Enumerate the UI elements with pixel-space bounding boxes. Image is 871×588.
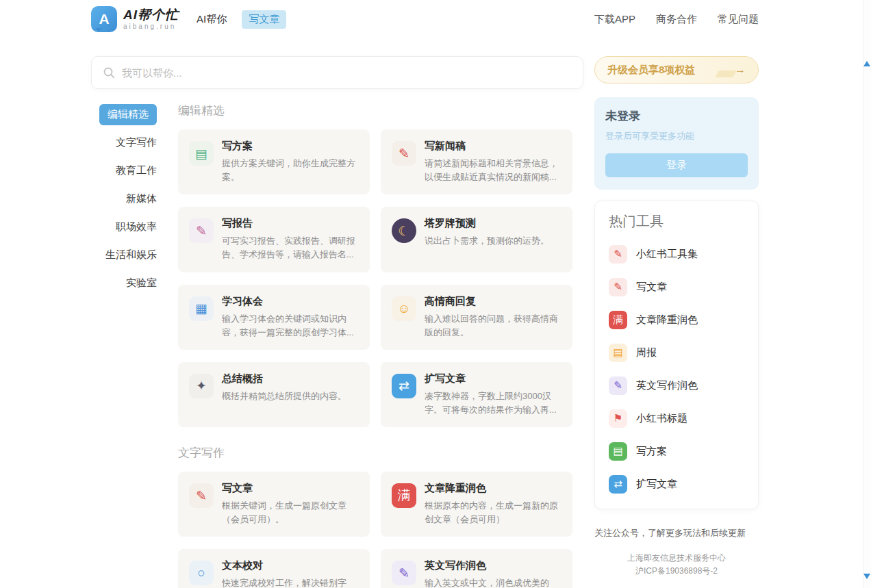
logo-icon: A	[91, 6, 117, 32]
logo-title: AI帮个忙	[123, 8, 179, 23]
english-polish-pen-icon: ✎	[392, 561, 416, 585]
news-pen-icon: ✎	[392, 141, 416, 166]
hot-tool-item[interactable]: ▤周报	[609, 336, 744, 369]
category-item[interactable]: 编辑精选	[99, 104, 157, 125]
scroll-down-arrow-icon[interactable]	[863, 574, 870, 583]
card-desc: 输入难以回答的问题，获得高情商版的回复。	[425, 312, 561, 340]
tool-card[interactable]: ▤写方案提供方案关键词，助你生成完整方案。	[178, 129, 370, 194]
main-nav: AI帮你写文章	[197, 10, 286, 29]
card-desc: 提供方案关键词，助你生成完整方案。	[222, 157, 359, 184]
card-title: 文本校对	[222, 559, 359, 572]
search-input[interactable]	[122, 67, 572, 79]
section-title: 文字写作	[178, 445, 572, 461]
card-body: 文章降重润色根据原本的内容，生成一篇新的原创文章（会员可用）	[425, 482, 561, 526]
login-card: 未登录 登录后可享受更多功能 登录	[594, 97, 759, 190]
card-title: 写文章	[222, 482, 359, 495]
tool-card[interactable]: ○文本校对快速完成校对工作，解决错别字与...	[178, 549, 370, 588]
pin-icon: ⚑	[609, 409, 627, 428]
card-title: 高情商回复	[425, 295, 561, 308]
card-body: 扩写文章凑字数神器，字数上限约3000汉字。可将每次的结果作为输入再...	[425, 372, 561, 417]
hot-tool-item[interactable]: ✎小红书工具集	[609, 238, 744, 270]
card-desc: 可写实习报告、实践报告、调研报告、学术报告等，请输入报告名...	[222, 234, 359, 261]
tool-card[interactable]: ✎写新闻稿请简述新闻标题和相关背景信息，以便生成贴近真实情况的新闻稿...	[381, 129, 572, 194]
xiaohongshu-tools-pen-icon: ✎	[609, 245, 627, 264]
category-item[interactable]: 文字写作	[116, 132, 157, 153]
card-desc: 输入学习体会的关键词或知识内容，获得一篇完整的原创学习体...	[222, 312, 359, 340]
tool-card[interactable]: ☾塔罗牌预测说出占卜需求，预测你的运势。	[381, 207, 572, 272]
tool-card[interactable]: ✎写文章根据关键词，生成一篇原创文章（会员可用）。	[178, 472, 370, 537]
category-item[interactable]: 新媒体	[126, 188, 157, 209]
card-desc: 凑字数神器，字数上限约3000汉字。可将每次的结果作为输入再...	[425, 389, 561, 417]
card-body: 总结概括概括并精简总结所提供的内容。	[222, 372, 346, 417]
tool-card[interactable]: ☺高情商回复输入难以回答的问题，获得高情商版的回复。	[381, 285, 572, 350]
hot-tool-label: 文章降重润色	[636, 314, 698, 327]
logo[interactable]: A AI帮个忙 aibang.run	[91, 6, 179, 32]
top-link[interactable]: 下载APP	[594, 13, 635, 26]
weekly-report-icon: ▤	[609, 344, 627, 362]
hot-tool-item[interactable]: ⇄扩写文章	[609, 468, 744, 500]
top-link[interactable]: 常见问题	[718, 13, 759, 26]
card-title: 学习体会	[222, 295, 359, 308]
top-links: 下载APP商务合作常见问题	[594, 13, 759, 26]
tool-card[interactable]: ✎英文写作润色输入英文或中文，润色成优美的英...	[381, 549, 572, 588]
top-link[interactable]: 商务合作	[656, 13, 697, 26]
card-title: 写报告	[222, 217, 359, 230]
login-status: 未登录	[605, 108, 748, 124]
card-desc: 根据原本的内容，生成一篇新的原创文章（会员可用）	[425, 499, 561, 526]
card-desc: 根据关键词，生成一篇原创文章（会员可用）。	[222, 499, 359, 526]
login-hint: 登录后可享受更多功能	[605, 130, 748, 142]
category-sidebar: 编辑精选文字写作教育工作新媒体职场效率生活和娱乐实验室	[91, 103, 157, 588]
expand-arrows-icon: ⇄	[609, 475, 627, 494]
card-title: 写新闻稿	[425, 140, 561, 153]
tool-card[interactable]: ✎写报告可写实习报告、实践报告、调研报告、学术报告等，请输入报告名...	[178, 207, 370, 272]
card-desc: 概括并精简总结所提供的内容。	[222, 389, 346, 403]
card-title: 写方案	[222, 140, 359, 153]
hot-tools-list: ✎小红书工具集✎写文章满文章降重润色▤周报✎英文写作润色⚑小红书标题▤写方案⇄扩…	[609, 238, 744, 500]
card-title: 扩写文章	[425, 372, 561, 385]
upgrade-vip-button[interactable]: 升级会员享8项权益 →	[594, 56, 759, 84]
company-name: 上海即友信息技术服务中心	[594, 552, 759, 565]
right-sidebar: 升级会员享8项权益 → 未登录 登录后可享受更多功能 登录 热门工具 ✎小红书工…	[594, 56, 759, 588]
hot-tool-item[interactable]: ✎写文章	[609, 270, 744, 303]
search-bar[interactable]	[91, 56, 583, 89]
card-title: 英文写作润色	[425, 559, 561, 572]
report-pen-icon: ✎	[189, 218, 214, 243]
rewrite-icon: 满	[609, 311, 627, 329]
page: A AI帮个忙 aibang.run AI帮你写文章 下载APP商务合作常见问题…	[0, 0, 871, 588]
icp-number[interactable]: 沪ICP备19036898号-2	[594, 565, 759, 578]
content: 编辑精选文字写作教育工作新媒体职场效率生活和娱乐实验室 编辑精选▤写方案提供方案…	[0, 38, 871, 588]
category-item[interactable]: 实验室	[126, 272, 157, 294]
card-title: 文章降重润色	[425, 482, 561, 495]
logo-subtitle: aibang.run	[123, 23, 179, 30]
tool-card[interactable]: ⇄扩写文章凑字数神器，字数上限约3000汉字。可将每次的结果作为输入再...	[381, 362, 572, 427]
scrollbar[interactable]	[863, 0, 871, 588]
login-button[interactable]: 登录	[605, 153, 748, 177]
hot-tool-item[interactable]: ✎英文写作润色	[609, 369, 744, 402]
logo-text: AI帮个忙 aibang.run	[123, 8, 179, 30]
write-article-pen-icon: ✎	[609, 278, 627, 296]
tool-card[interactable]: 满文章降重润色根据原本的内容，生成一篇新的原创文章（会员可用）	[381, 472, 572, 537]
tool-sections: 编辑精选▤写方案提供方案关键词，助你生成完整方案。✎写新闻稿请简述新闻标题和相关…	[178, 103, 572, 588]
scroll-up-arrow-icon[interactable]	[863, 57, 870, 66]
books-icon: ▦	[189, 296, 214, 321]
category-item[interactable]: 教育工作	[116, 160, 157, 181]
hot-tool-label: 小红书标题	[636, 412, 687, 425]
nav-item[interactable]: AI帮你	[197, 13, 227, 26]
top-bar: A AI帮个忙 aibang.run AI帮你写文章 下载APP商务合作常见问题	[0, 0, 871, 38]
expand-arrows-icon: ⇄	[392, 374, 416, 398]
category-item[interactable]: 职场效率	[116, 216, 157, 238]
category-item[interactable]: 生活和娱乐	[105, 244, 157, 266]
hot-tool-item[interactable]: 满文章降重润色	[609, 303, 744, 336]
tool-card[interactable]: ✦总结概括概括并精简总结所提供的内容。	[178, 362, 370, 427]
nav-item[interactable]: 写文章	[242, 10, 286, 29]
card-title: 塔罗牌预测	[425, 217, 549, 230]
card-title: 总结概括	[222, 372, 346, 385]
tool-card[interactable]: ▦学习体会输入学习体会的关键词或知识内容，获得一篇完整的原创学习体...	[178, 285, 370, 350]
hot-tool-item[interactable]: ▤写方案	[609, 435, 744, 468]
hot-tool-item[interactable]: ⚑小红书标题	[609, 402, 744, 435]
hot-tools-card: 热门工具 ✎小红书工具集✎写文章满文章降重润色▤周报✎英文写作润色⚑小红书标题▤…	[594, 201, 759, 509]
search-icon	[103, 66, 115, 79]
article-pen-icon: ✎	[189, 483, 214, 508]
hot-tool-label: 扩写文章	[636, 478, 677, 491]
vip-label: 升级会员享8项权益	[607, 64, 695, 77]
